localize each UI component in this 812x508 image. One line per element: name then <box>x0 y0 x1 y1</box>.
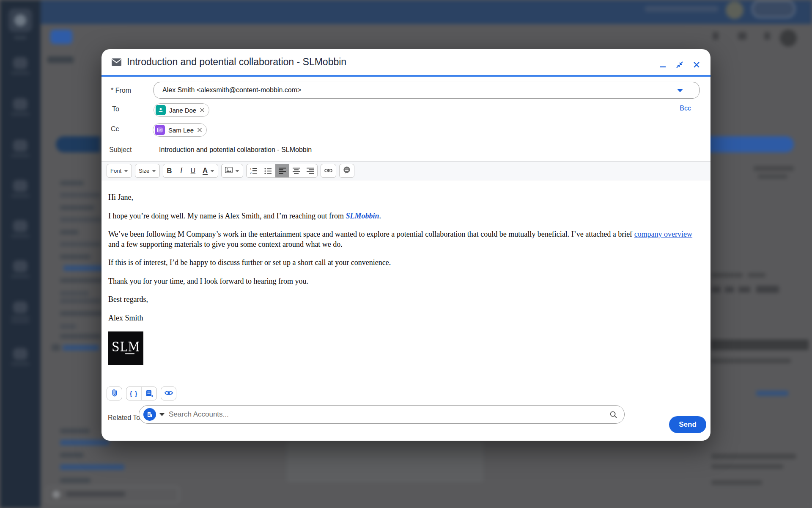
chevron-down-icon[interactable] <box>677 89 683 92</box>
align-right-icon[interactable] <box>303 164 317 177</box>
bg-nav-sidebar <box>0 0 41 508</box>
svg-text:1: 1 <box>250 168 252 171</box>
preview-button[interactable] <box>161 387 176 400</box>
email-compose-modal: Introduction and potential collaboration… <box>102 49 710 441</box>
attach-file-button[interactable] <box>107 387 122 400</box>
bg-blob <box>725 287 734 293</box>
body-paragraph: Alex Smith <box>108 313 704 323</box>
bg-blob <box>60 291 89 296</box>
signature-logo-image[interactable]: SLM <box>108 331 143 365</box>
bg-blob <box>758 174 787 179</box>
bg-blob <box>63 345 99 351</box>
bg-blob <box>47 56 74 63</box>
bg-blob <box>60 428 90 433</box>
text-color-button[interactable]: A <box>199 164 218 177</box>
align-center-icon[interactable] <box>289 164 303 177</box>
email-body-editor[interactable]: Hi Jane, I hope you’re doing well. My na… <box>102 181 710 382</box>
related-to-search-box <box>139 405 625 424</box>
bg-blob <box>60 334 102 339</box>
bg-blob <box>711 287 721 293</box>
bg-blob <box>713 32 719 40</box>
close-icon[interactable] <box>692 60 701 69</box>
font-caret-icon <box>124 170 128 172</box>
recipient-chip-cc[interactable]: Sam Lee <box>153 123 207 137</box>
preview-eye-icon <box>165 390 173 398</box>
bcc-link[interactable]: Bcc <box>680 105 691 112</box>
bg-nav-icon <box>13 348 27 360</box>
slmobbin-link[interactable]: SLMobbin <box>346 212 379 220</box>
italic-button[interactable]: I <box>176 164 187 177</box>
merge-template-group: { } <box>126 387 157 400</box>
link-button[interactable] <box>321 164 336 178</box>
bg-blob <box>11 154 30 157</box>
remove-chip-icon[interactable] <box>197 127 202 133</box>
numbered-list-icon[interactable]: 12 <box>247 164 261 177</box>
bg-blob <box>711 464 783 469</box>
bg-blob <box>11 275 30 278</box>
bg-nav-icon <box>13 260 27 272</box>
bg-blob <box>11 316 30 319</box>
bg-blob <box>726 1 743 19</box>
bg-blob <box>60 217 102 222</box>
body-paragraph: If this is of interest, I’d be happy to … <box>108 258 704 268</box>
bulleted-list-icon[interactable] <box>261 164 275 177</box>
object-selector-caret-icon[interactable] <box>159 413 165 416</box>
bg-blob <box>60 242 102 247</box>
size-select[interactable]: Size <box>135 164 160 178</box>
contact-icon <box>156 105 166 115</box>
bg-blob <box>738 32 746 40</box>
restore-icon[interactable] <box>675 60 684 69</box>
company-overview-link[interactable]: company overview <box>634 230 692 238</box>
align-left-icon[interactable] <box>275 164 289 177</box>
bg-blob <box>60 464 124 470</box>
merge-field-icon[interactable]: { } <box>126 387 141 400</box>
body-paragraph: Best regards, <box>108 295 704 305</box>
bg-blob <box>52 491 60 498</box>
bg-blob <box>11 194 30 197</box>
font-select[interactable]: Font <box>107 164 132 178</box>
bg-blob <box>11 72 30 75</box>
recipient-chip-to[interactable]: Jane Doe <box>154 103 209 117</box>
bg-blob <box>60 193 101 198</box>
modal-header: Introduction and potential collaboration… <box>102 49 710 77</box>
bg-blob <box>14 36 27 39</box>
quote-button[interactable] <box>339 164 354 178</box>
image-icon <box>225 167 233 175</box>
account-building-icon[interactable] <box>143 408 156 421</box>
quote-icon <box>343 166 351 175</box>
from-combobox[interactable]: Alex Smith <alexsmith@content-mobbin.com… <box>154 82 700 99</box>
bg-blob <box>738 287 750 293</box>
bg-nav-icon <box>13 220 27 232</box>
bg-nav-icon <box>13 140 27 152</box>
body-paragraph: Thank you for your time, and I look forw… <box>108 276 704 287</box>
search-accounts-input[interactable] <box>168 410 606 419</box>
send-button[interactable]: Send <box>669 416 706 433</box>
subject-input[interactable]: Introduction and potential collaboration… <box>159 146 312 154</box>
bg-blob <box>14 14 26 26</box>
insert-image-button[interactable] <box>221 164 243 178</box>
bg-blob <box>56 136 100 152</box>
minimize-icon[interactable] <box>658 60 667 69</box>
bg-blob <box>756 286 779 293</box>
insert-template-icon[interactable] <box>141 387 156 400</box>
bold-button[interactable]: B <box>163 164 175 177</box>
bg-blob <box>60 230 79 235</box>
bg-blob <box>60 440 109 445</box>
bg-blob <box>11 113 30 116</box>
underline-button[interactable]: U <box>187 164 199 177</box>
remove-chip-icon[interactable] <box>200 108 205 113</box>
recipient-name: Jane Doe <box>169 107 196 114</box>
envelope-icon <box>112 58 121 68</box>
modal-title: Introduction and potential collaboration… <box>127 56 346 68</box>
bg-blob <box>287 440 483 482</box>
bg-blob <box>60 324 76 329</box>
logo-text: SLM <box>112 341 140 353</box>
size-caret-icon <box>152 170 156 172</box>
bg-blob <box>752 0 795 18</box>
bg-blob <box>60 181 84 185</box>
bg-blob <box>11 320 30 323</box>
bg-blob <box>754 166 794 171</box>
search-icon <box>609 411 617 419</box>
bg-nav-icon <box>13 57 27 69</box>
bg-blob <box>63 265 105 271</box>
